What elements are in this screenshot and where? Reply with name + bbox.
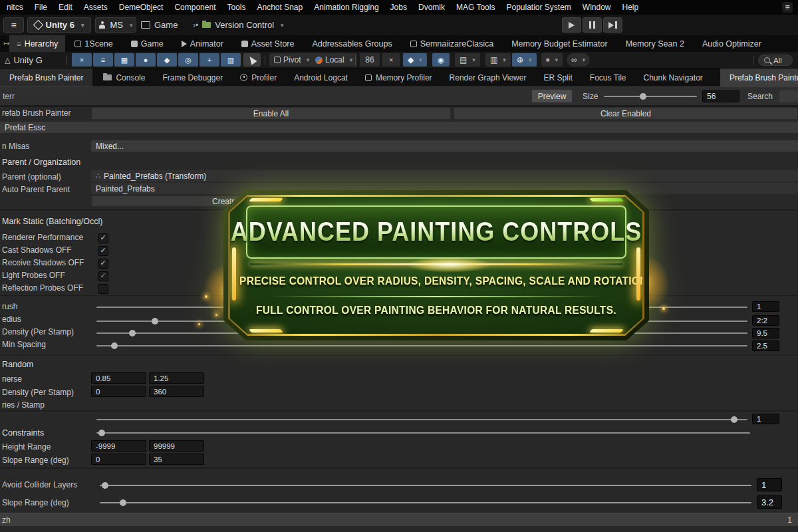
menu-item-jobs[interactable]: Jobs	[390, 3, 407, 12]
min-spacing-slider[interactable]	[96, 345, 747, 346]
menu-item-window[interactable]: Window	[583, 3, 611, 12]
avoid-collider-value-field[interactable]: 1	[757, 478, 782, 491]
menu-item-help[interactable]: Help	[622, 3, 639, 12]
radius-value-field[interactable]: 2:2	[752, 315, 779, 326]
tab-console[interactable]: Console	[103, 73, 145, 82]
tries-value-field[interactable]: 1	[752, 414, 779, 424]
tool-button-move[interactable]: +	[200, 53, 219, 66]
constraints-slider-handle[interactable]	[98, 430, 105, 436]
scene-search-box[interactable]: All	[758, 55, 793, 66]
height-range-min-field[interactable]: -9999	[91, 440, 146, 452]
pause-button[interactable]	[583, 17, 602, 33]
height-range-max-field[interactable]: 99999	[149, 440, 204, 452]
menu-item-assets[interactable]: Assets	[84, 3, 108, 12]
menu-item-animation-rigging[interactable]: Animation Rigging	[314, 3, 378, 12]
game-shortcut[interactable]: Game	[141, 20, 178, 30]
search-field[interactable]	[779, 90, 798, 102]
slope-slider-value-field[interactable]: 3.2	[757, 495, 782, 509]
tab-prefab-brush-painter[interactable]: Prefab Brush Painter	[0, 68, 92, 86]
pivot-dropdown[interactable]: Pivot	[269, 53, 314, 66]
tab-profiler[interactable]: Profiler	[240, 73, 277, 82]
tab-audio-optimizer[interactable]: Audio Optimizer	[702, 39, 761, 49]
enable-all-button[interactable]: Enable All	[91, 107, 451, 120]
tries-slider-handle[interactable]	[731, 416, 737, 423]
tries-slider[interactable]	[96, 419, 747, 420]
density-slider-handle[interactable]	[129, 330, 136, 336]
brush-value-field[interactable]: 1	[752, 301, 779, 312]
cursor-tool-button[interactable]	[243, 53, 261, 66]
avoid-collider-slider[interactable]	[100, 485, 751, 486]
tab-memory-sean-2[interactable]: Memory Sean 2	[626, 39, 684, 49]
min-spacing-slider-handle[interactable]	[111, 342, 118, 349]
tab-prefab-brush-painter-2[interactable]: Prefab Brush Painter	[720, 68, 798, 86]
gizmo-dropdown[interactable]: ⊕	[512, 53, 537, 66]
shading-dropdown[interactable]: ▥	[485, 53, 511, 66]
rotation-max-field[interactable]: 360	[149, 386, 204, 397]
paint-dropdown[interactable]: ◆	[403, 53, 427, 66]
prefab-section-bar[interactable]: Prefat Essc	[0, 122, 798, 133]
tool-button-8[interactable]: ▥	[221, 53, 241, 66]
menu-item-population-system[interactable]: Populatior System	[506, 3, 571, 12]
tool-button-4[interactable]: ●	[136, 53, 156, 66]
tool-button-1[interactable]: ×	[72, 53, 92, 66]
menu-item-mag-tools[interactable]: MAG Tools	[456, 3, 495, 12]
hamburger-button[interactable]: ≡	[3, 17, 24, 33]
tab-hierarchy[interactable]: ≡ Herarchy	[9, 35, 65, 52]
menu-item-file[interactable]: File	[35, 3, 47, 12]
tab-focus-tile[interactable]: Focus Tile	[590, 73, 626, 82]
preview-button[interactable]: Preview	[532, 90, 572, 102]
footer-bar[interactable]: zh 1	[0, 513, 798, 526]
version-control-dropdown[interactable]: ›• Version Control	[193, 20, 284, 30]
slope-range-max-field[interactable]: 35	[149, 454, 204, 465]
link-dropdown[interactable]: ∞	[567, 53, 590, 66]
tab-asset-store[interactable]: Asset Store	[241, 39, 295, 49]
account-dropdown[interactable]: MS	[95, 17, 136, 33]
slope-range-min-field[interactable]: 0	[91, 454, 146, 465]
renderer-performance-checkbox[interactable]	[98, 233, 108, 243]
inverse-min-field[interactable]: 0.85	[91, 372, 146, 384]
step-button[interactable]	[603, 17, 622, 33]
menu-item[interactable]: nitcs	[7, 3, 23, 12]
size-slider[interactable]	[604, 96, 697, 97]
size-slider-handle[interactable]	[640, 93, 646, 100]
tab-addressables-groups[interactable]: Addressables Groups	[312, 39, 392, 49]
snap-button[interactable]: 86	[360, 53, 380, 66]
cross-tool-button[interactable]: ×	[382, 53, 400, 66]
tab-chunk-navigator[interactable]: Chunk Navigator	[643, 73, 702, 82]
inverse-max-field[interactable]: 1.25	[149, 372, 204, 384]
radius-slider-handle[interactable]	[152, 318, 158, 325]
tab-memory-budget-estimator[interactable]: Memory Budget Estimator	[511, 39, 608, 49]
project-badge[interactable]: △ Unity G	[5, 55, 43, 65]
parent-object-field[interactable]: ∴ Painted_Prefabs (Transform)	[91, 170, 798, 182]
reflection-probes-checkbox[interactable]	[98, 284, 108, 294]
layers-dropdown[interactable]: ▤	[455, 53, 480, 66]
tab-render-graph-viewer[interactable]: Render Graph Viewer	[450, 73, 527, 82]
tab-memory-profiler[interactable]: Memory Profiler	[365, 73, 432, 82]
menu-item-gameobject[interactable]: DemeObject	[119, 3, 164, 12]
menu-item-anchor-snap[interactable]: Anchot Snap	[257, 3, 303, 12]
slope-slider[interactable]	[100, 502, 751, 503]
receive-shadows-checkbox[interactable]	[98, 259, 108, 269]
tool-button-5[interactable]: ◆	[157, 53, 177, 66]
density-value-field[interactable]: 9.5	[752, 328, 779, 338]
mass-field[interactable]: Mixed...	[91, 140, 798, 152]
visibility-button[interactable]: ◉	[432, 53, 450, 66]
menu-item-dvomik[interactable]: Dvomik	[418, 3, 445, 12]
unity-version-dropdown[interactable]: Unity 6	[27, 17, 91, 33]
cast-shadows-checkbox[interactable]	[98, 246, 108, 256]
tab-game[interactable]: Game	[131, 39, 164, 49]
window-menu-icon[interactable]: ≡	[782, 2, 793, 13]
tab-scene[interactable]: 1Scene	[74, 39, 112, 49]
tab-android-logcat[interactable]: Android Logcat	[294, 73, 348, 82]
tool-button-zoom[interactable]: ◎	[178, 53, 198, 66]
size-value-field[interactable]: 56	[702, 90, 739, 102]
clear-enabled-button[interactable]: Clear Enabled	[454, 107, 798, 120]
rotation-min-field[interactable]: 0	[91, 386, 146, 397]
tab-animator[interactable]: Animator	[182, 39, 223, 49]
light-probes-checkbox[interactable]	[98, 271, 108, 281]
tab-er-split[interactable]: ER Split	[543, 73, 572, 82]
min-spacing-value-field[interactable]: 2.5	[752, 340, 779, 351]
menu-item-edit[interactable]: Edit	[59, 3, 72, 12]
menu-item-tools[interactable]: Tools	[227, 3, 245, 12]
tab-semnaiizare-clasica[interactable]: SemnaiizareClasica	[410, 39, 493, 49]
